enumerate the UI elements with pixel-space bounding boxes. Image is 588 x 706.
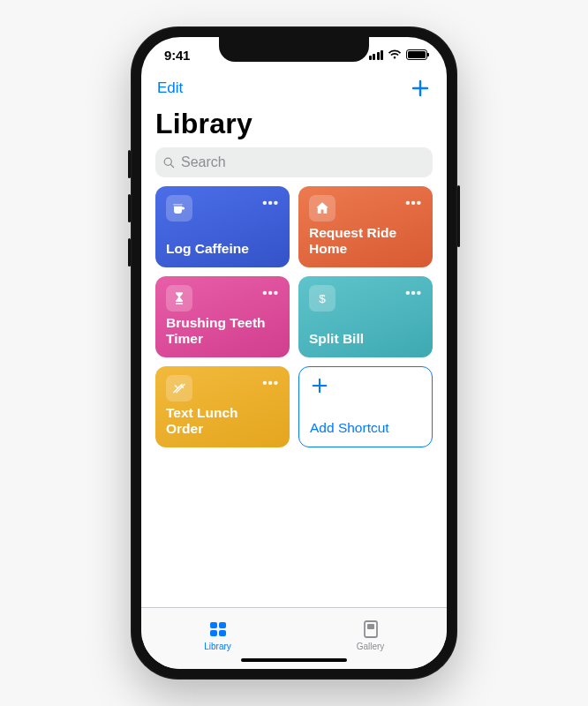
shortcut-card[interactable]: •••Log Caffeine (155, 186, 290, 267)
wifi-icon (388, 49, 402, 60)
shortcut-title: Log Caffeine (166, 241, 279, 257)
shortcut-title: Request Ride Home (309, 225, 422, 257)
search-icon (162, 156, 176, 169)
gallery-icon (359, 619, 382, 640)
add-shortcut-label: Add Shortcut (310, 420, 421, 436)
home-icon (309, 195, 335, 222)
status-indicators (369, 49, 428, 60)
more-icon[interactable]: ••• (405, 195, 422, 207)
svg-rect-7 (367, 624, 374, 629)
battery-icon (406, 49, 427, 60)
add-button[interactable] (410, 78, 431, 99)
shortcut-card[interactable]: •••Request Ride Home (298, 186, 433, 267)
tab-label: Library (204, 642, 231, 651)
hourglass-icon (166, 285, 192, 312)
mug-icon (166, 195, 192, 222)
svg-rect-5 (219, 630, 226, 636)
status-time: 9:41 (164, 48, 190, 63)
phone-frame: 9:41 Edit Library (131, 26, 457, 680)
home-indicator (241, 658, 347, 663)
notch (219, 37, 369, 62)
grid-icon (207, 619, 230, 640)
svg-text:$: $ (319, 292, 326, 305)
shortcut-card[interactable]: •••Text Lunch Order (155, 366, 290, 447)
add-shortcut-card[interactable]: Add Shortcut (298, 366, 433, 447)
content-area: Library Search •••Log Caffeine•••Request… (141, 104, 447, 607)
tab-label: Gallery (357, 642, 385, 651)
svg-rect-2 (210, 622, 217, 628)
shortcuts-grid: •••Log Caffeine•••Request Ride Home•••Br… (155, 186, 433, 447)
plus-icon (310, 376, 329, 395)
dollar-icon: $ (309, 285, 335, 312)
utensils-icon (166, 375, 192, 402)
shortcut-title: Text Lunch Order (166, 405, 279, 437)
shortcut-card[interactable]: $•••Split Bill (298, 276, 433, 357)
svg-rect-4 (210, 630, 217, 636)
page-title: Library (155, 108, 433, 140)
more-icon[interactable]: ••• (262, 195, 279, 207)
more-icon[interactable]: ••• (262, 375, 279, 387)
shortcut-card[interactable]: •••Brushing Teeth Timer (155, 276, 290, 357)
edit-button[interactable]: Edit (157, 79, 183, 97)
cellular-signal-icon (369, 50, 384, 60)
svg-rect-3 (219, 622, 226, 628)
search-placeholder: Search (181, 154, 226, 170)
more-icon[interactable]: ••• (405, 285, 422, 297)
shortcut-title: Brushing Teeth Timer (166, 315, 279, 347)
shortcut-title: Split Bill (309, 331, 422, 347)
search-input[interactable]: Search (155, 147, 433, 177)
screen: 9:41 Edit Library (141, 37, 447, 669)
more-icon[interactable]: ••• (262, 285, 279, 297)
nav-bar: Edit (141, 72, 447, 104)
